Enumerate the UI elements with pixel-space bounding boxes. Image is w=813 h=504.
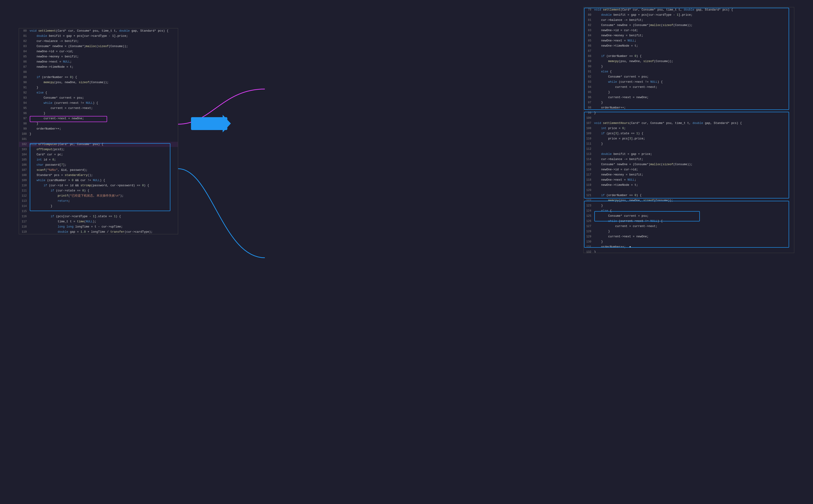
code-line: 118 long long longTime = t - cur->upTime…	[19, 224, 178, 229]
code-line: 86 newOne->timeNode = t;	[584, 43, 794, 49]
code-line: 119 double gap = 1.0 + longTime / transf…	[19, 229, 178, 234]
code-line: 80 void settlement(Card* cur, Consume* p…	[19, 28, 178, 34]
code-line: 108 Standard* pcs = standardCarry();	[19, 173, 178, 178]
code-line: 93 Consume* current = psu;	[19, 95, 178, 101]
left-code-editor: 80 void settlement(Card* cur, Consume* p…	[19, 28, 178, 234]
code-line: 99 }	[584, 110, 794, 116]
code-line: 83 Consume* newOne = (Consume*)malloc(si…	[19, 44, 178, 49]
code-line: 79 void settlement(Card* cur, Consume* p…	[584, 7, 794, 12]
code-line: 125 Consume* current = psu;	[584, 213, 794, 219]
code-line: 110 price = pcs[3].price;	[584, 136, 794, 141]
code-line: 99 orderNumber++;	[19, 126, 178, 131]
code-line: 93 while (current->next != NULL) {	[584, 79, 794, 85]
code-line: 94 current = current->next;	[584, 85, 794, 90]
code-line: 96 current->next = newOne;	[584, 95, 794, 100]
code-line: 115	[19, 209, 178, 214]
code-line: 118 newOne->next = NULL;	[584, 177, 794, 183]
code-line: 96 }	[19, 111, 178, 116]
code-line: 119 newOne->timeNode = t;	[584, 183, 794, 188]
arrow-container	[190, 112, 232, 137]
code-line-highlighted: 102 void offComputer(Card* pc, Consume* …	[19, 142, 178, 147]
code-line: 112 printf("已经是下机状态, 本次操作失效\n");	[19, 193, 178, 198]
code-line: 80 double benifit = gap + pcs[cur->cardT…	[584, 12, 794, 18]
code-line: 95 current = current->next;	[19, 106, 178, 111]
code-line: 117 time_t t = time(NULL);	[19, 219, 178, 224]
code-line: 107 void settlementHours(Card* cur, Cons…	[584, 121, 794, 126]
code-line: 116 newOne->id = cur->id;	[584, 167, 794, 172]
code-line: 98 }	[19, 121, 178, 126]
code-line: 98 orderNumber++;	[584, 105, 794, 110]
code-line: 88 if (orderNumber == 0) {	[584, 54, 794, 59]
code-line: 101	[19, 137, 178, 142]
code-line: 85 newOne->money = benifit;	[19, 54, 178, 59]
code-line: 109 if (pcs[3].state == 1) {	[584, 131, 794, 136]
code-line: 129 current->next = newOne;	[584, 234, 794, 239]
code-line: 126 while (current->next != NULL) {	[584, 219, 794, 224]
code-line: 86 newOne->next = NULL;	[19, 59, 178, 64]
code-line: 115 Consume* newOne = (Consume*)malloc(s…	[584, 162, 794, 167]
code-line: 83 newOne->id = cur->id;	[584, 28, 794, 33]
code-line: 131 orderNumber++; ●	[584, 244, 794, 250]
left-code-panel: 80 void settlement(Card* cur, Consume* p…	[19, 28, 178, 234]
code-line: 124 else {	[584, 208, 794, 213]
code-line: 116 if (pcs[cur->cardType - 1].state == …	[19, 214, 178, 219]
right-code-panel: 79 void settlement(Card* cur, Consume* p…	[583, 7, 794, 253]
code-line: 120	[584, 188, 794, 193]
code-line: 85 newOne->next = NULL;	[584, 38, 794, 43]
code-line: 89 if (orderNumber == 0) {	[19, 75, 178, 80]
code-line: 106 char password[7];	[19, 162, 178, 168]
code-line: 114 cur->balance -= benifit;	[584, 157, 794, 162]
code-line: 114 }	[19, 204, 178, 209]
code-line: 105 int id = 0;	[19, 157, 178, 162]
code-line: 117 newOne->money = benifit;	[584, 172, 794, 177]
code-line: 88	[19, 70, 178, 75]
code-line: 109 while (cardNumber > 0 && cur != NULL…	[19, 178, 178, 183]
main-container: 80 void settlement(Card* cur, Consume* p…	[0, 0, 813, 504]
code-line: 111 }	[584, 141, 794, 146]
code-line: 130 }	[584, 239, 794, 244]
code-line: 108 int price = 6;	[584, 126, 794, 131]
code-line: 100	[584, 116, 794, 121]
code-line: 89 memcpy(psu, newOne, sizeof(Consume));	[584, 59, 794, 64]
code-line: 97 }	[584, 100, 794, 105]
code-line: 104 Card* cur = pc;	[19, 152, 178, 157]
code-line: 91 else {	[584, 69, 794, 74]
code-line: 81 cur->balance -= benifit;	[584, 18, 794, 23]
code-line: 84 newOne->id = cur->id;	[19, 49, 178, 54]
code-line: 128 }	[584, 229, 794, 234]
code-line: 121 if (orderNumber == 0) {	[584, 193, 794, 198]
code-line: 127 current = current->next;	[584, 224, 794, 229]
code-line: 132 }	[584, 250, 794, 253]
code-line: 123 }	[584, 203, 794, 208]
code-line: 87	[584, 49, 794, 54]
code-line: 82 cur->balance -= benifit;	[19, 39, 178, 44]
svg-rect-3	[191, 117, 224, 130]
code-line: 90 }	[584, 64, 794, 69]
code-line: 81 double benifit = gap + pcs[cur->cardT…	[19, 34, 178, 39]
code-line: 92 Consume* current = psu;	[584, 74, 794, 79]
code-line: 113 return;	[19, 198, 178, 204]
code-line: 92 else {	[19, 90, 178, 95]
code-line: 122 memcpy(psu, newOne, sizeof(Consume))…	[584, 198, 794, 203]
right-code-editor: 79 void settlement(Card* cur, Consume* p…	[584, 7, 794, 253]
direction-arrow	[190, 112, 232, 136]
code-line: 94 while (current->next != NULL) {	[19, 101, 178, 106]
code-line: 107 scanf("%d%s", &id, password);	[19, 168, 178, 173]
code-line: 90 memcpy(psu, newOne, sizeof(Consume));	[19, 80, 178, 85]
code-line: 95 }	[584, 90, 794, 95]
code-line: 111 if (cur->state == 0) {	[19, 188, 178, 193]
code-line: 97 current->next = newOne;	[19, 116, 178, 121]
code-line: 91 }	[19, 85, 178, 90]
code-line: 87 newOne->timeNode = t;	[19, 64, 178, 70]
code-line: 103 offComput(pcs3);	[19, 147, 178, 152]
code-line: 113 double benifit = gap + price;	[584, 152, 794, 157]
code-line: 110 if (cur->id == id && strcmp(password…	[19, 183, 178, 188]
code-line: 100 }	[19, 131, 178, 137]
code-line: 82 Consume* newOne = (Consume*)malloc(si…	[584, 23, 794, 28]
code-line: 84 newOne->money = benifit;	[584, 33, 794, 38]
code-line: 112	[584, 146, 794, 152]
